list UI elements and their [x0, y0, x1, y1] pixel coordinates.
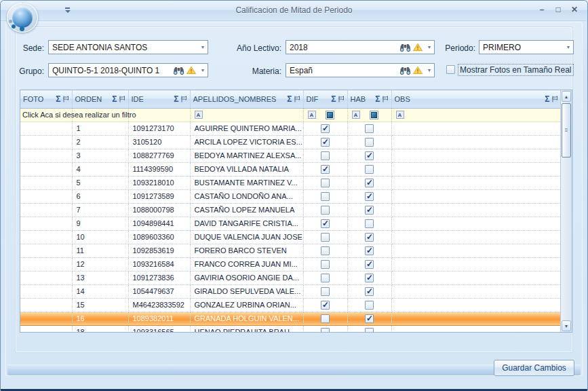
mostrar-fotos-checkbox[interactable]: [446, 65, 455, 74]
cell-orden[interactable]: 11: [72, 244, 128, 257]
cell-apellidos-nombres[interactable]: GIRALDO SEPULVEDA VALE...: [190, 284, 303, 298]
maximize-button[interactable]: □: [553, 4, 563, 15]
materia-combobox[interactable]: Españ ▼: [286, 63, 435, 77]
student-row[interactable]: 31088277769BEDOYA MARTINEZ ALEXSA...: [20, 149, 560, 162]
student-row[interactable]: 91094898441DAVID TANGARIFE CRISTIA...: [20, 217, 560, 230]
sum-icon[interactable]: Σ: [287, 95, 292, 103]
cell-orden[interactable]: 14: [72, 284, 128, 298]
cell-apellidos-nombres[interactable]: DAVID TANGARIFE CRISTIA...: [190, 217, 303, 230]
pin-icon[interactable]: [383, 96, 389, 103]
sum-icon[interactable]: Σ: [174, 95, 178, 103]
cell-dif[interactable]: [303, 189, 347, 203]
cell-ide[interactable]: 1091273589: [128, 189, 190, 203]
cell-foto[interactable]: [20, 298, 72, 312]
cell-obs[interactable]: [391, 149, 560, 162]
hab-checkbox[interactable]: [365, 124, 374, 133]
student-row[interactable]: 111092853619FORERO BARCO STEVEN: [20, 244, 560, 257]
cell-obs[interactable]: [391, 244, 560, 257]
hab-checkbox[interactable]: [365, 206, 374, 215]
cell-foto[interactable]: [20, 325, 72, 332]
cell-obs[interactable]: [391, 271, 560, 284]
student-row[interactable]: 141054479637GIRALDO SEPULVEDA VALE...: [20, 284, 560, 298]
student-row[interactable]: 161089382011GRANADA HOLGUIN VALEN...: [20, 312, 560, 325]
pin-icon[interactable]: [294, 96, 300, 103]
dif-checkbox[interactable]: [321, 314, 330, 323]
hab-checkbox[interactable]: [365, 219, 374, 228]
cell-foto[interactable]: [20, 162, 72, 176]
cell-foto[interactable]: [20, 176, 72, 189]
cell-hab[interactable]: [347, 162, 391, 176]
cell-ide[interactable]: 1114399590: [128, 162, 190, 176]
filter-cell-obs[interactable]: A: [391, 108, 560, 122]
cell-ide[interactable]: 1093316565: [128, 325, 190, 332]
hab-checkbox[interactable]: [365, 301, 374, 310]
app-menu-orb-button[interactable]: [7, 3, 38, 33]
cell-foto[interactable]: [20, 149, 72, 162]
dif-checkbox[interactable]: [321, 260, 330, 269]
cell-hab[interactable]: [347, 230, 391, 244]
student-row[interactable]: 61091273589CASTAÑO LONDOÑO ANA...: [20, 189, 560, 203]
cell-orden[interactable]: 9: [72, 217, 128, 230]
cell-obs[interactable]: [391, 284, 560, 298]
sede-combobox[interactable]: SEDE ANTONIA SANTOS ▼: [48, 40, 208, 54]
dif-checkbox[interactable]: [321, 328, 330, 332]
cell-ide[interactable]: 1089603360: [128, 230, 190, 244]
column-header-hab[interactable]: HABΣ: [347, 90, 391, 108]
binoculars-icon[interactable]: [399, 65, 411, 75]
dif-checkbox[interactable]: [321, 151, 330, 160]
cell-dif[interactable]: [303, 312, 347, 325]
binoculars-icon[interactable]: [399, 42, 411, 52]
column-header-foto[interactable]: FOTOΣ: [20, 90, 72, 108]
cell-orden[interactable]: 12: [72, 257, 128, 271]
cell-apellidos-nombres[interactable]: HENAO PIEDRAHITA BRAU...: [190, 325, 303, 332]
cell-obs[interactable]: [391, 257, 560, 271]
cell-ide[interactable]: 1089382011: [128, 312, 190, 325]
cell-hab[interactable]: [347, 284, 391, 298]
cell-apellidos-nombres[interactable]: GRANADA HOLGUIN VALEN...: [190, 312, 303, 325]
cell-dif[interactable]: [303, 176, 347, 189]
sum-icon[interactable]: Σ: [331, 95, 336, 103]
filter-cell-nombre[interactable]: A: [190, 108, 303, 122]
cell-orden[interactable]: 15: [72, 298, 128, 312]
cell-hab[interactable]: [347, 217, 391, 230]
minimize-button[interactable]: –: [537, 4, 547, 15]
hab-checkbox[interactable]: [365, 274, 374, 282]
sum-icon[interactable]: Σ: [112, 95, 117, 103]
cell-dif[interactable]: [303, 284, 347, 298]
scroll-up-icon[interactable]: ▲: [562, 91, 571, 102]
cell-ide[interactable]: 1094898441: [128, 217, 190, 230]
dif-checkbox[interactable]: [321, 165, 330, 174]
filter-hint-text[interactable]: Click Aca si desea realizar un filtro: [22, 111, 136, 119]
dif-checkbox[interactable]: [321, 179, 330, 187]
close-button[interactable]: ✕: [570, 4, 579, 15]
cell-ide[interactable]: 1054479637: [128, 284, 190, 298]
student-row[interactable]: 51093218010BUSTAMANTE MARTINEZ V...: [20, 176, 560, 189]
cell-orden[interactable]: 10: [72, 230, 128, 244]
sum-icon[interactable]: Σ: [56, 95, 60, 103]
cell-orden[interactable]: 4: [72, 162, 128, 176]
guardar-cambios-button[interactable]: Guardar Cambios: [494, 360, 574, 376]
hab-checkbox[interactable]: [365, 165, 374, 174]
cell-hab[interactable]: [347, 189, 391, 203]
cell-hab[interactable]: [347, 203, 391, 217]
scrollbar-thumb[interactable]: [562, 103, 571, 157]
hab-checkbox[interactable]: [365, 287, 374, 296]
student-row[interactable]: 41114399590BEDOYA VILLADA NATALIA: [20, 162, 560, 176]
periodo-combobox[interactable]: PRIMERO ▼: [479, 40, 574, 54]
sum-icon[interactable]: Σ: [545, 95, 549, 103]
cell-foto[interactable]: [20, 284, 72, 298]
cell-dif[interactable]: [303, 257, 347, 271]
chevron-down-icon[interactable]: ▼: [198, 68, 208, 73]
cell-ide[interactable]: 1088000798: [128, 203, 190, 217]
column-header-ide[interactable]: IDEΣ: [128, 90, 190, 108]
dif-checkbox[interactable]: [321, 233, 330, 242]
dif-checkbox[interactable]: [321, 301, 330, 310]
hab-checkbox[interactable]: [365, 328, 374, 332]
anio-lectivo-combobox[interactable]: 2018 ▼: [286, 40, 435, 54]
hab-checkbox[interactable]: [365, 314, 374, 323]
cell-apellidos-nombres[interactable]: BEDOYA MARTINEZ ALEXSA...: [190, 149, 303, 162]
cell-dif[interactable]: [303, 271, 347, 284]
student-row[interactable]: 101089603360DUQUE VALENCIA JUAN JOSE: [20, 230, 560, 244]
dif-checkbox[interactable]: [321, 274, 330, 282]
cell-dif[interactable]: [303, 203, 347, 217]
